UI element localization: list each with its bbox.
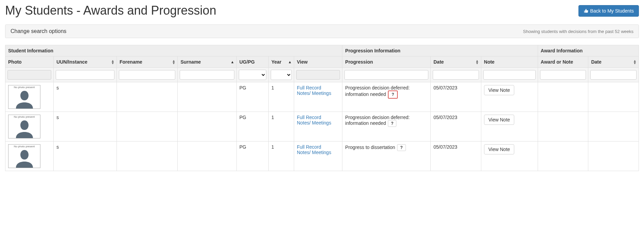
progression-cell: Progression decision deferred: informati…: [342, 82, 431, 112]
progression-text: Progression decision deferred: informati…: [345, 115, 410, 126]
sort-asc-icon: ▲: [231, 60, 234, 64]
surname-cell: [178, 142, 236, 171]
col-header-ugpg[interactable]: UG/PG: [236, 56, 268, 68]
table-row: No photo presentsPG1Full RecordNotes/ Me…: [5, 82, 639, 112]
help-icon[interactable]: ?: [397, 144, 406, 151]
filter-date[interactable]: [433, 70, 479, 80]
view-cell: Full RecordNotes/ Meetings: [294, 112, 342, 142]
uun-cell: s: [54, 112, 117, 142]
full-record-link[interactable]: Full Record: [297, 144, 339, 150]
view-note-button[interactable]: View Note: [484, 115, 515, 125]
filter-progression[interactable]: [344, 70, 428, 80]
year-cell: 1: [268, 142, 294, 171]
page-title: My Students - Awards and Progression: [5, 3, 216, 18]
filter-ugpg[interactable]: [239, 70, 266, 80]
full-record-link[interactable]: Full Record: [297, 115, 339, 120]
search-options-bar: Change search options Showing students w…: [5, 24, 639, 38]
progression-cell: Progress to dissertation ?: [342, 142, 431, 171]
help-icon[interactable]: ?: [388, 90, 398, 99]
sort-icon: ▲▼: [172, 60, 175, 64]
silhouette-icon: [13, 147, 36, 168]
photo-placeholder: No photo present: [8, 144, 40, 168]
note-cell: View Note: [481, 82, 538, 112]
view-cell: Full RecordNotes/ Meetings: [294, 142, 342, 171]
filter-note[interactable]: [483, 70, 536, 80]
ugpg-cell: PG: [236, 142, 268, 171]
col-header-progression[interactable]: Progression: [342, 56, 431, 68]
col-header-year[interactable]: Year ▲: [268, 56, 294, 68]
uun-cell: s: [54, 142, 117, 171]
ugpg-cell: PG: [236, 82, 268, 112]
filter-uun[interactable]: [56, 70, 114, 80]
filter-date2[interactable]: [590, 70, 637, 80]
award-cell: [538, 82, 588, 112]
col-header-date[interactable]: Date ▲▼: [431, 56, 481, 68]
progression-text: Progression decision deferred: informati…: [345, 85, 410, 97]
silhouette-icon: [13, 88, 36, 109]
group-header-award: Award Information: [538, 45, 639, 56]
col-header-photo[interactable]: Photo: [5, 56, 54, 68]
full-record-link[interactable]: Full Record: [297, 85, 339, 90]
surname-cell: [178, 82, 236, 112]
sort-icon: ▲▼: [111, 60, 114, 64]
progression-text: Progress to dissertation: [345, 145, 395, 150]
notes-meetings-link[interactable]: Notes/ Meetings: [297, 120, 339, 126]
forename-cell: [117, 82, 178, 112]
filter-surname[interactable]: [180, 70, 234, 80]
progression-cell: Progression decision deferred: informati…: [342, 112, 431, 142]
sort-icon: ▲▼: [633, 60, 637, 64]
filter-view: [296, 70, 340, 80]
year-cell: 1: [268, 112, 294, 142]
filter-photo: [7, 70, 51, 80]
group-header-progression: Progression Information: [342, 45, 538, 56]
date-cell: 05/07/2023: [431, 112, 481, 142]
year-cell: 1: [268, 82, 294, 112]
photo-cell: No photo present: [5, 112, 54, 142]
notes-meetings-link[interactable]: Notes/ Meetings: [297, 90, 339, 96]
group-header-student: Student Information: [5, 45, 342, 56]
col-header-award[interactable]: Award or Note: [538, 56, 588, 68]
col-header-uun[interactable]: UUN/Instance ▲▼: [54, 56, 117, 68]
help-icon[interactable]: ?: [388, 120, 396, 127]
notes-meetings-link[interactable]: Notes/ Meetings: [297, 150, 339, 155]
photo-placeholder: No photo present: [8, 85, 40, 109]
view-note-button[interactable]: View Note: [484, 85, 515, 95]
award-cell: [538, 142, 588, 171]
col-header-note[interactable]: Note: [481, 56, 538, 68]
change-search-options-link[interactable]: Change search options: [11, 28, 67, 34]
surname-cell: [178, 112, 236, 142]
note-cell: View Note: [481, 112, 538, 142]
view-cell: Full RecordNotes/ Meetings: [294, 82, 342, 112]
forename-cell: [117, 142, 178, 171]
col-header-view[interactable]: View: [294, 56, 342, 68]
photo-placeholder: No photo present: [8, 115, 40, 138]
filter-forename[interactable]: [119, 70, 175, 80]
sort-icon: ▲▼: [476, 60, 479, 64]
table-row: No photo presentsPG1Full RecordNotes/ Me…: [5, 112, 639, 142]
photo-cell: No photo present: [5, 142, 54, 171]
date2-cell: [588, 82, 639, 112]
date2-cell: [588, 112, 639, 142]
col-header-forename[interactable]: Forename ▲▼: [117, 56, 178, 68]
back-button-label: Back to My Students: [590, 8, 634, 14]
award-cell: [538, 112, 588, 142]
view-note-button[interactable]: View Note: [484, 144, 515, 154]
col-header-date2[interactable]: Date ▲▼: [588, 56, 639, 68]
table-row: No photo presentsPG1Full RecordNotes/ Me…: [5, 142, 639, 171]
col-header-surname[interactable]: Surname ▲: [178, 56, 236, 68]
photo-cell: No photo present: [5, 82, 54, 112]
sort-asc-icon: ▲: [288, 60, 292, 64]
date-cell: 05/07/2023: [431, 142, 481, 171]
date2-cell: [588, 142, 639, 171]
date-cell: 05/07/2023: [431, 82, 481, 112]
note-cell: View Note: [481, 142, 538, 171]
forename-cell: [117, 112, 178, 142]
back-to-students-button[interactable]: Back to My Students: [578, 5, 639, 17]
silhouette-icon: [13, 118, 36, 138]
filter-award[interactable]: [540, 70, 586, 80]
thumbs-up-icon: [584, 9, 588, 13]
status-text: Showing students with decisions from the…: [523, 29, 633, 34]
filter-year[interactable]: [271, 70, 292, 80]
students-table: Student Information Progression Informat…: [5, 45, 639, 171]
uun-cell: s: [54, 82, 117, 112]
